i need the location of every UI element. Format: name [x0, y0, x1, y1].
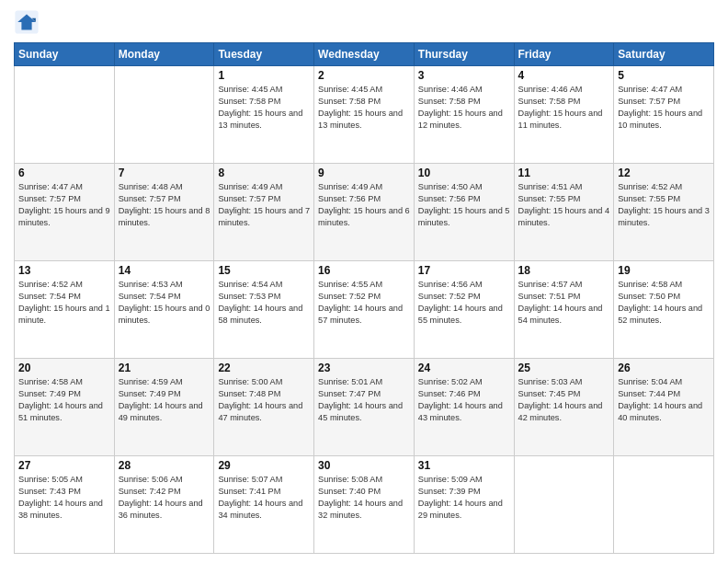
day-number: 4 [518, 69, 610, 82]
day-number: 30 [318, 459, 410, 472]
logo-icon [14, 9, 40, 35]
day-number: 24 [418, 362, 510, 374]
day-info: Sunrise: 4:48 AMSunset: 7:57 PMDaylight:… [119, 181, 210, 229]
day-cell: 11Sunrise: 4:51 AMSunset: 7:55 PMDayligh… [514, 164, 614, 261]
day-cell: 21Sunrise: 4:59 AMSunset: 7:49 PMDayligh… [114, 359, 214, 456]
week-row-4: 20Sunrise: 4:58 AMSunset: 7:49 PMDayligh… [15, 359, 714, 456]
day-info: Sunrise: 4:49 AMSunset: 7:56 PMDaylight:… [318, 181, 410, 229]
day-number: 5 [618, 69, 710, 82]
day-cell: 10Sunrise: 4:50 AMSunset: 7:56 PMDayligh… [414, 164, 514, 261]
day-info: Sunrise: 5:06 AMSunset: 7:42 PMDaylight:… [119, 474, 210, 522]
day-cell: 30Sunrise: 5:08 AMSunset: 7:40 PMDayligh… [314, 456, 415, 554]
week-row-2: 6Sunrise: 4:47 AMSunset: 7:57 PMDaylight… [15, 164, 714, 261]
day-info: Sunrise: 5:04 AMSunset: 7:44 PMDaylight:… [618, 376, 710, 424]
day-number: 9 [318, 167, 410, 179]
day-number: 25 [518, 362, 610, 374]
day-cell: 8Sunrise: 4:49 AMSunset: 7:57 PMDaylight… [214, 164, 314, 261]
day-info: Sunrise: 5:00 AMSunset: 7:48 PMDaylight:… [218, 376, 310, 424]
day-info: Sunrise: 4:52 AMSunset: 7:54 PMDaylight:… [18, 279, 110, 327]
day-info: Sunrise: 5:02 AMSunset: 7:46 PMDaylight:… [418, 376, 510, 424]
day-number: 11 [518, 167, 610, 179]
day-cell: 15Sunrise: 4:54 AMSunset: 7:53 PMDayligh… [214, 261, 314, 359]
day-info: Sunrise: 5:07 AMSunset: 7:41 PMDaylight:… [218, 474, 310, 522]
day-info: Sunrise: 4:46 AMSunset: 7:58 PMDaylight:… [418, 84, 510, 132]
day-info: Sunrise: 5:01 AMSunset: 7:47 PMDaylight:… [318, 376, 410, 424]
day-cell: 4Sunrise: 4:46 AMSunset: 7:58 PMDaylight… [514, 66, 614, 164]
day-cell: 25Sunrise: 5:03 AMSunset: 7:45 PMDayligh… [514, 359, 614, 456]
weekday-friday: Friday [514, 43, 614, 66]
day-number: 22 [218, 362, 310, 374]
day-info: Sunrise: 4:56 AMSunset: 7:52 PMDaylight:… [418, 279, 510, 327]
day-number: 12 [618, 167, 710, 179]
weekday-tuesday: Tuesday [214, 43, 314, 66]
day-cell: 12Sunrise: 4:52 AMSunset: 7:55 PMDayligh… [614, 164, 714, 261]
weekday-sunday: Sunday [15, 43, 115, 66]
day-info: Sunrise: 4:45 AMSunset: 7:58 PMDaylight:… [218, 84, 310, 132]
day-info: Sunrise: 4:59 AMSunset: 7:49 PMDaylight:… [119, 376, 210, 424]
page: SundayMondayTuesdayWednesdayThursdayFrid… [0, 0, 728, 563]
day-cell: 23Sunrise: 5:01 AMSunset: 7:47 PMDayligh… [314, 359, 415, 456]
week-row-3: 13Sunrise: 4:52 AMSunset: 7:54 PMDayligh… [15, 261, 714, 359]
day-cell: 14Sunrise: 4:53 AMSunset: 7:54 PMDayligh… [114, 261, 214, 359]
day-cell [114, 66, 214, 164]
day-info: Sunrise: 5:08 AMSunset: 7:40 PMDaylight:… [318, 474, 410, 522]
logo [14, 9, 43, 35]
day-info: Sunrise: 4:45 AMSunset: 7:58 PMDaylight:… [318, 84, 410, 132]
day-cell: 6Sunrise: 4:47 AMSunset: 7:57 PMDaylight… [15, 164, 115, 261]
weekday-monday: Monday [114, 43, 214, 66]
day-info: Sunrise: 4:52 AMSunset: 7:55 PMDaylight:… [618, 181, 710, 229]
day-number: 1 [218, 69, 310, 82]
day-number: 26 [618, 362, 710, 374]
day-cell: 19Sunrise: 4:58 AMSunset: 7:50 PMDayligh… [614, 261, 714, 359]
day-info: Sunrise: 4:55 AMSunset: 7:52 PMDaylight:… [318, 279, 410, 327]
day-number: 27 [18, 459, 110, 472]
day-number: 7 [119, 167, 210, 179]
day-number: 28 [119, 459, 210, 472]
day-info: Sunrise: 4:54 AMSunset: 7:53 PMDaylight:… [218, 279, 310, 327]
day-cell [514, 456, 614, 554]
day-number: 21 [119, 362, 210, 374]
day-cell: 27Sunrise: 5:05 AMSunset: 7:43 PMDayligh… [15, 456, 115, 554]
day-cell: 3Sunrise: 4:46 AMSunset: 7:58 PMDaylight… [414, 66, 514, 164]
day-info: Sunrise: 4:57 AMSunset: 7:51 PMDaylight:… [518, 279, 610, 327]
day-cell: 13Sunrise: 4:52 AMSunset: 7:54 PMDayligh… [15, 261, 115, 359]
week-row-5: 27Sunrise: 5:05 AMSunset: 7:43 PMDayligh… [15, 456, 714, 554]
day-info: Sunrise: 4:58 AMSunset: 7:49 PMDaylight:… [18, 376, 110, 424]
day-cell: 1Sunrise: 4:45 AMSunset: 7:58 PMDaylight… [214, 66, 314, 164]
day-cell: 2Sunrise: 4:45 AMSunset: 7:58 PMDaylight… [314, 66, 415, 164]
day-number: 31 [418, 459, 510, 472]
day-cell: 18Sunrise: 4:57 AMSunset: 7:51 PMDayligh… [514, 261, 614, 359]
day-cell [614, 456, 714, 554]
day-number: 8 [218, 167, 310, 179]
day-cell: 24Sunrise: 5:02 AMSunset: 7:46 PMDayligh… [414, 359, 514, 456]
week-row-1: 1Sunrise: 4:45 AMSunset: 7:58 PMDaylight… [15, 66, 714, 164]
weekday-saturday: Saturday [614, 43, 714, 66]
day-cell: 31Sunrise: 5:09 AMSunset: 7:39 PMDayligh… [414, 456, 514, 554]
calendar-table: SundayMondayTuesdayWednesdayThursdayFrid… [14, 42, 714, 554]
day-number: 6 [18, 167, 110, 179]
weekday-thursday: Thursday [414, 43, 514, 66]
day-info: Sunrise: 4:47 AMSunset: 7:57 PMDaylight:… [18, 181, 110, 229]
day-info: Sunrise: 4:49 AMSunset: 7:57 PMDaylight:… [218, 181, 310, 229]
day-cell: 20Sunrise: 4:58 AMSunset: 7:49 PMDayligh… [15, 359, 115, 456]
day-cell: 22Sunrise: 5:00 AMSunset: 7:48 PMDayligh… [214, 359, 314, 456]
weekday-wednesday: Wednesday [314, 43, 415, 66]
day-cell: 26Sunrise: 5:04 AMSunset: 7:44 PMDayligh… [614, 359, 714, 456]
day-info: Sunrise: 4:51 AMSunset: 7:55 PMDaylight:… [518, 181, 610, 229]
day-info: Sunrise: 5:03 AMSunset: 7:45 PMDaylight:… [518, 376, 610, 424]
day-cell: 29Sunrise: 5:07 AMSunset: 7:41 PMDayligh… [214, 456, 314, 554]
day-number: 15 [218, 264, 310, 277]
day-number: 23 [318, 362, 410, 374]
day-info: Sunrise: 4:50 AMSunset: 7:56 PMDaylight:… [418, 181, 510, 229]
day-number: 17 [418, 264, 510, 277]
day-cell: 16Sunrise: 4:55 AMSunset: 7:52 PMDayligh… [314, 261, 415, 359]
weekday-header-row: SundayMondayTuesdayWednesdayThursdayFrid… [15, 43, 714, 66]
day-info: Sunrise: 4:46 AMSunset: 7:58 PMDaylight:… [518, 84, 610, 132]
day-number: 19 [618, 264, 710, 277]
day-cell [15, 66, 115, 164]
day-number: 29 [218, 459, 310, 472]
day-cell: 5Sunrise: 4:47 AMSunset: 7:57 PMDaylight… [614, 66, 714, 164]
day-cell: 9Sunrise: 4:49 AMSunset: 7:56 PMDaylight… [314, 164, 415, 261]
day-cell: 28Sunrise: 5:06 AMSunset: 7:42 PMDayligh… [114, 456, 214, 554]
day-info: Sunrise: 5:05 AMSunset: 7:43 PMDaylight:… [18, 474, 110, 522]
